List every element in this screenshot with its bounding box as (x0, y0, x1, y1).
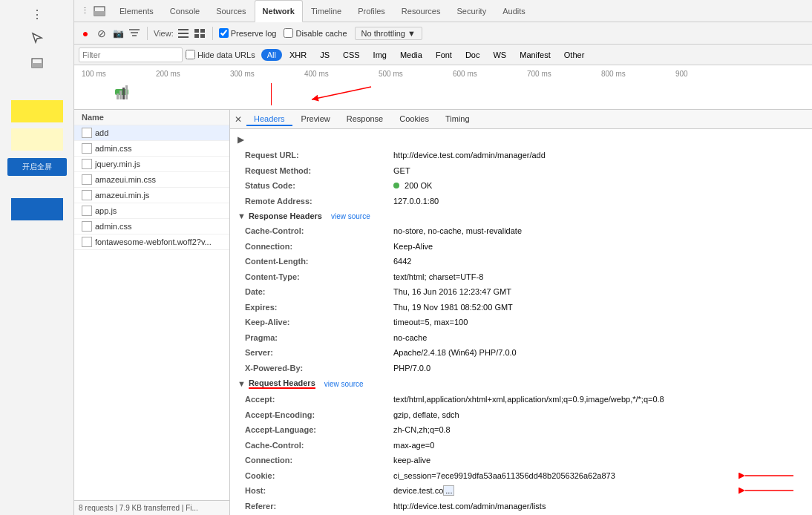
tab-sources[interactable]: Sources (208, 0, 254, 22)
resp-x-powered-by-row: X-Powered-By: PHP/7.0.0 (230, 361, 812, 376)
detail-tab-preview[interactable]: Preview (294, 113, 338, 126)
response-headers-title: Response Headers (249, 211, 322, 220)
response-view-source-link[interactable]: view source (331, 212, 370, 220)
resp-content-length-val: 6442 (393, 255, 411, 268)
tab-security[interactable]: Security (448, 0, 494, 22)
general-section-header[interactable]: ▶ (230, 132, 812, 148)
file-item-amazeui-js[interactable]: amazeui.min.js (74, 188, 229, 203)
stop-button[interactable]: ⊘ (95, 27, 108, 40)
disable-cache-checkbox[interactable]: Disable cache (284, 28, 347, 38)
tab-elements[interactable]: Elements (111, 0, 162, 22)
network-toolbar: ● ⊘ 📷 View: (74, 22, 812, 45)
devtools-menu-icon[interactable]: ⋮ (77, 4, 92, 19)
filter-tab-manifest[interactable]: Manifest (514, 49, 557, 61)
file-item-admin-css-1[interactable]: admin.css (74, 141, 229, 157)
filter-tab-media[interactable]: Media (394, 49, 428, 61)
file-icon-fontawesome (82, 237, 92, 247)
svg-rect-10 (194, 29, 199, 33)
req-connection-row: Connection: keep-alive (230, 453, 812, 468)
file-item-admin-css-2[interactable]: admin.css (74, 219, 229, 234)
resp-content-length-row: Content-Length: 6442 (230, 254, 812, 269)
req-cache-control-val: max-age=0 (393, 439, 434, 452)
file-item-fontawesome[interactable]: fontawesome-webfont.woff2?v... (74, 234, 229, 250)
filter-tab-other[interactable]: Other (558, 49, 591, 61)
req-accept-encoding-val: gzip, deflate, sdch (393, 409, 459, 421)
detail-tab-response[interactable]: Response (339, 113, 391, 126)
toolbar-separator (147, 27, 148, 40)
general-remote-address-key: Remote Address: (245, 195, 393, 208)
req-accept-encoding-key: Accept-Encoding: (245, 409, 393, 421)
fullscreen-button[interactable]: 开启全屏 (7, 158, 67, 176)
record-button[interactable]: ● (79, 27, 92, 40)
detail-close-button[interactable]: ✕ (235, 114, 242, 125)
timeline-label-200: 200 ms (156, 70, 230, 78)
file-item-jquery[interactable]: jquery.min.js (74, 157, 229, 172)
view-grid-icon[interactable] (193, 27, 206, 40)
resp-connection-val: Keep-Alive (393, 240, 433, 253)
throttling-dropdown[interactable]: No throttling ▼ (355, 27, 422, 40)
svg-rect-12 (194, 34, 199, 38)
filter-input[interactable] (79, 47, 183, 62)
tab-profiles[interactable]: Profiles (350, 0, 393, 22)
filter-tab-doc[interactable]: Doc (459, 49, 486, 61)
file-item-app-js[interactable]: app.js (74, 203, 229, 219)
request-headers-section[interactable]: ▼ Request Headers view source (230, 375, 812, 392)
detail-tab-timing[interactable]: Timing (438, 113, 477, 126)
svg-rect-7 (178, 29, 189, 30)
req-cookie-row: Cookie: ci_session=7ece9919dfa53aa611356… (230, 468, 812, 484)
file-item-amazeui-css[interactable]: amazeui.min.css (74, 172, 229, 188)
resp-cache-control-val: no-store, no-cache, must-revalidate (393, 225, 522, 237)
menu-dots[interactable]: ⋮ (31, 7, 43, 22)
dock-icon[interactable] (27, 53, 48, 73)
tab-network[interactable]: Network (255, 0, 303, 22)
req-referer-val: http://device.test.com/admin/manager/lis… (393, 500, 546, 513)
req-cookie-key: Cookie: (245, 470, 393, 482)
filter-button[interactable] (128, 27, 141, 40)
resp-date-key: Date: (245, 286, 393, 298)
general-remote-address-val: 127.0.0.1:80 (393, 195, 439, 208)
file-list-body: add admin.css jquery.min.js amazeui.min.… (74, 125, 229, 500)
response-headers-section[interactable]: ▼ Response Headers view source (230, 209, 812, 223)
filter-tab-font[interactable]: Font (430, 49, 458, 61)
tab-audits[interactable]: Audits (494, 0, 534, 22)
devtools-dock-icon[interactable] (92, 4, 107, 19)
file-item-add[interactable]: add (74, 125, 229, 141)
req-referer-row: Referer: http://device.test.com/admin/ma… (230, 499, 812, 514)
sidebar: ⋮ 开启全屏 (0, 0, 74, 515)
filter-tab-all[interactable]: All (261, 49, 282, 61)
tab-console[interactable]: Console (162, 0, 208, 22)
tab-timeline[interactable]: Timeline (303, 0, 350, 22)
svg-rect-8 (178, 33, 189, 34)
detail-tab-cookies[interactable]: Cookies (392, 113, 436, 126)
request-view-source-link[interactable]: view source (324, 380, 364, 388)
devtools: ⋮ Elements Console Sources Network Timel… (74, 0, 812, 515)
filter-tab-xhr[interactable]: XHR (284, 49, 312, 61)
file-icon-app-js (82, 206, 92, 216)
file-icon-admin-css-1 (82, 143, 92, 154)
general-request-url-val: http://device.test.com/admin/manager/add (393, 149, 546, 162)
camera-button[interactable]: 📷 (111, 27, 125, 40)
filter-tab-css[interactable]: CSS (337, 49, 366, 61)
filter-tab-img[interactable]: Img (367, 49, 393, 61)
file-name-admin-css-2: admin.css (95, 222, 132, 231)
resp-pragma-row: Pragma: no-cache (230, 330, 812, 346)
hide-data-urls-checkbox[interactable]: Hide data URLs (186, 50, 255, 59)
resp-cache-control-key: Cache-Control: (245, 225, 393, 237)
file-list: Name add admin.css jquery.min.js amazeui… (74, 110, 230, 515)
preserve-log-checkbox[interactable]: Preserve log (219, 28, 277, 38)
detail-tab-headers[interactable]: Headers (246, 113, 292, 126)
file-name-app-js: app.js (95, 206, 117, 215)
req-cache-control-row: Cache-Control: max-age=0 (230, 438, 812, 453)
file-name-jquery: jquery.min.js (95, 160, 140, 168)
file-list-header: Name (74, 110, 229, 125)
timeline-label-900: 900 (675, 70, 750, 78)
cursor-icon[interactable] (27, 27, 48, 48)
file-icon-amazeui-js (82, 190, 92, 200)
req-accept-language-key: Accept-Language: (245, 424, 393, 436)
tab-resources[interactable]: Resources (393, 0, 449, 22)
timeline-red-line (271, 83, 272, 105)
view-list-icon[interactable] (177, 27, 190, 40)
resp-x-powered-by-key: X-Powered-By: (245, 362, 393, 375)
filter-tab-ws[interactable]: WS (487, 49, 512, 61)
filter-tab-js[interactable]: JS (314, 49, 335, 61)
